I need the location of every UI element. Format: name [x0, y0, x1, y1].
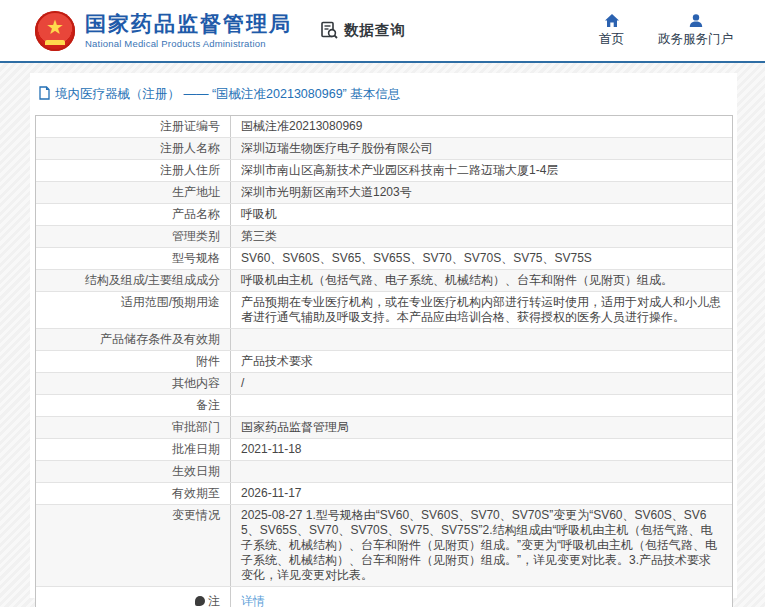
- row-value: 深圳市光明新区南环大道1203号: [231, 182, 732, 203]
- site-logo[interactable]: ★ 国家药品监督管理局 National Medical Products Ad…: [35, 11, 292, 51]
- table-row: 产品储存条件及有效期: [36, 329, 732, 351]
- row-value: 2025-08-27 1.型号规格由“SV60、SV60S、SV70、SV70S…: [231, 505, 732, 586]
- row-label: 注册证编号: [36, 116, 231, 137]
- table-row: 审批部门国家药品监督管理局: [36, 417, 732, 439]
- row-label: 其他内容: [36, 373, 231, 394]
- table-row: 批准日期2021-11-18: [36, 439, 732, 461]
- row-value: SV60、SV60S、SV65、SV65S、SV70、SV70S、SV75、SV…: [231, 248, 732, 269]
- row-label: 生效日期: [36, 461, 231, 482]
- row-label: 审批部门: [36, 417, 231, 438]
- table-row: 产品名称呼吸机: [36, 204, 732, 226]
- row-value: [231, 461, 732, 482]
- content-panel: 境内医疗器械（注册） —— “国械注准20213080969” 基本信息 注册证…: [30, 73, 737, 598]
- nav-portal-label: 政务服务门户: [658, 31, 733, 48]
- data-query-tab[interactable]: 数据查询: [320, 21, 406, 40]
- table-row: 结构及组成/主要组成成分呼吸机由主机（包括气路、电子系统、机械结构）、台车和附件…: [36, 270, 732, 292]
- table-row: 注册人名称深圳迈瑞生物医疗电子股份有限公司: [36, 138, 732, 160]
- nav-home[interactable]: 首页: [599, 13, 624, 48]
- detail-link[interactable]: 详情: [241, 594, 265, 607]
- table-row: 注册证编号国械注准20213080969: [36, 116, 732, 138]
- row-value: 产品预期在专业医疗机构，或在专业医疗机构内部进行转运时使用，适用于对成人和小儿患…: [231, 292, 732, 328]
- row-value: 国家药品监督管理局: [231, 417, 732, 438]
- row-value: 第三类: [231, 226, 732, 247]
- table-row: 注详情: [36, 587, 732, 607]
- row-label: 附件: [36, 351, 231, 372]
- info-table: 注册证编号国械注准20213080969注册人名称深圳迈瑞生物医疗电子股份有限公…: [35, 115, 733, 607]
- table-row: 型号规格SV60、SV60S、SV65、SV65S、SV70、SV70S、SV7…: [36, 248, 732, 270]
- row-value: 国械注准20213080969: [231, 116, 732, 137]
- user-icon: [688, 13, 704, 31]
- row-label: 管理类别: [36, 226, 231, 247]
- row-value: /: [231, 373, 732, 394]
- row-label: 生产地址: [36, 182, 231, 203]
- table-row: 变更情况2025-08-27 1.型号规格由“SV60、SV60S、SV70、S…: [36, 505, 732, 587]
- table-row: 其他内容/: [36, 373, 732, 395]
- row-label: 有效期至: [36, 483, 231, 504]
- row-value: 2021-11-18: [231, 439, 732, 460]
- row-label: 产品名称: [36, 204, 231, 225]
- gate-icon: [45, 40, 65, 45]
- table-row: 有效期至2026-11-17: [36, 483, 732, 505]
- row-label: 变更情况: [36, 505, 231, 586]
- row-label: 注册人住所: [36, 160, 231, 181]
- table-row: 注册人住所深圳市南山区高新技术产业园区科技南十二路迈瑞大厦1-4层: [36, 160, 732, 182]
- row-label: 型号规格: [36, 248, 231, 269]
- row-value: [231, 395, 732, 416]
- row-value: 深圳迈瑞生物医疗电子股份有限公司: [231, 138, 732, 159]
- table-row: 备注: [36, 395, 732, 417]
- row-value: 深圳市南山区高新技术产业园区科技南十二路迈瑞大厦1-4层: [231, 160, 732, 181]
- table-row: 附件产品技术要求: [36, 351, 732, 373]
- row-value: 产品技术要求: [231, 351, 732, 372]
- data-query-label: 数据查询: [344, 21, 406, 40]
- row-label: 注: [36, 587, 231, 607]
- national-emblem-icon: ★: [35, 11, 75, 51]
- table-row: 管理类别第三类: [36, 226, 732, 248]
- org-title-en: National Medical Products Administration: [85, 38, 292, 49]
- row-label: 结构及组成/主要组成成分: [36, 270, 231, 291]
- row-value: [231, 329, 732, 350]
- breadcrumb-text: 境内医疗器械（注册） —— “国械注准20213080969” 基本信息: [55, 86, 400, 103]
- site-header: ★ 国家药品监督管理局 National Medical Products Ad…: [0, 0, 765, 63]
- row-label: 适用范围/预期用途: [36, 292, 231, 328]
- table-row: 适用范围/预期用途产品预期在专业医疗机构，或在专业医疗机构内部进行转运时使用，适…: [36, 292, 732, 329]
- nav-portal[interactable]: 政务服务门户: [658, 13, 733, 48]
- row-value: 详情: [231, 587, 732, 607]
- row-value: 呼吸机: [231, 204, 732, 225]
- row-label: 批准日期: [36, 439, 231, 460]
- top-nav: 首页 政务服务门户: [599, 13, 747, 48]
- table-row: 生效日期: [36, 461, 732, 483]
- document-icon: [38, 86, 55, 103]
- star-icon: ★: [46, 17, 64, 37]
- home-icon: [604, 13, 620, 31]
- row-label: 注册人名称: [36, 138, 231, 159]
- row-label: 产品储存条件及有效期: [36, 329, 231, 350]
- note-icon: [195, 596, 205, 606]
- row-label: 备注: [36, 395, 231, 416]
- org-title-cn: 国家药品监督管理局: [85, 12, 292, 36]
- row-value: 呼吸机由主机（包括气路、电子系统、机械结构）、台车和附件（见附页）组成。: [231, 270, 732, 291]
- nav-home-label: 首页: [599, 31, 624, 48]
- breadcrumb: 境内医疗器械（注册） —— “国械注准20213080969” 基本信息: [34, 84, 733, 115]
- row-value: 2026-11-17: [231, 483, 732, 504]
- table-row: 生产地址深圳市光明新区南环大道1203号: [36, 182, 732, 204]
- data-query-icon: [320, 21, 339, 40]
